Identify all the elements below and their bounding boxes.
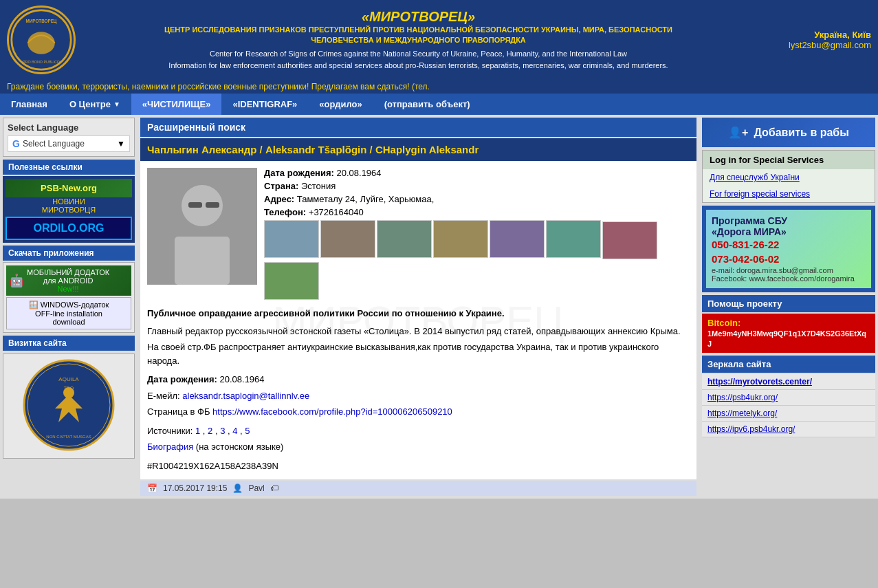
photo-grid <box>264 220 690 300</box>
person-photo-img <box>147 168 257 285</box>
special-services-box: Log in for Special Services Для спецслуж… <box>702 150 875 203</box>
subtitle-ru: ЦЕНТР ИССЛЕДОВАНИЯ ПРИЗНАКОВ ПРЕСТУПЛЕНИ… <box>83 25 754 46</box>
photo-thumb-4 <box>433 220 488 258</box>
main-nav: Главная О Центре ▼ «ЧИСТИЛИЩЕ» «IDENTIGR… <box>0 94 878 115</box>
sbu-program-box: Программа СБУ«Дорога МИРА» 050-831-26-22… <box>702 206 875 292</box>
news-label: НОВИНИМИРОТВОРЦЯ <box>6 197 132 214</box>
dob-row: Дата рождения: 20.08.1964 <box>264 168 690 178</box>
source-2[interactable]: 2 <box>208 426 212 436</box>
svg-text:МИРОТВОРЕЦ: МИРОТВОРЕЦ <box>26 19 57 24</box>
useful-links-section: PSB-New.org НОВИНИМИРОТВОРЦЯ ORDILO.ORG <box>3 176 135 243</box>
psb-link[interactable]: PSB-New.org <box>6 179 132 197</box>
person-email-link[interactable]: aleksandr.tsaplogin@tallinnlv.ee <box>182 391 309 401</box>
translate-arrow: ▼ <box>117 139 125 149</box>
mirror-link-2[interactable]: https://psb4ukr.org/ <box>702 390 875 406</box>
sidebar: Select Language G Select Language ▼ Поле… <box>0 115 138 499</box>
nav-chistilische[interactable]: «ЧИСТИЛИЩЕ» <box>131 94 222 115</box>
mirror-link-1[interactable]: https://myrotvorets.center/ <box>702 374 875 390</box>
source-3[interactable]: 3 <box>220 426 225 436</box>
android-icon: 🤖 <box>9 273 24 288</box>
android-badge[interactable]: 🤖 МОБІЛЬНИЙ ДОДАТОКдля ANDROIDNew!!! <box>6 265 131 296</box>
nav-ordilo[interactable]: «ордило» <box>308 94 373 115</box>
bitcoin-address: 1Me9m4yNH3Mwq9QF1q1X7D4KS2G36EtXqJ <box>707 329 866 348</box>
android-label: МОБІЛЬНИЙ ДОДАТОКдля ANDROIDNew!!! <box>27 268 109 293</box>
header: МИРОТВОРЕЦ PRO BONO PUBLICO «МИРОТВОРЕЦ»… <box>0 0 878 80</box>
dropdown-arrow: ▼ <box>113 100 120 108</box>
sbu-program-inner: Программа СБУ«Дорога МИРА» 050-831-26-22… <box>706 210 871 288</box>
special-services-title: Log in for Special Services <box>703 151 875 169</box>
vizitka-logo: AQUILA TBO NON CAPTAT MUSGAS <box>7 357 131 453</box>
search-bar: Расширенный поиск <box>140 118 696 137</box>
windows-badge[interactable]: 🪟 WINDOWS-додатокOFF-line installationdo… <box>6 297 131 329</box>
header-contact: Україна, Київ lyst2sbu@gmail.com <box>761 30 871 50</box>
site-title: «МИРОТВОРЕЦ» <box>83 9 754 25</box>
sources-row: Источники: 1 , 2 , 3 , 4 , 5 <box>147 424 690 438</box>
svg-text:AQUILA: AQUILA <box>58 376 79 382</box>
ukraine-services-link[interactable]: Для спецслужб України <box>703 169 875 186</box>
photo-thumb-1 <box>264 220 319 258</box>
bitcoin-box: Bitcoin: 1Me9m4yNH3Mwq9QF1q1X7D4KS2G36Et… <box>702 314 875 353</box>
mirror-link-4[interactable]: https://ipv6.psb4ukr.org/ <box>702 422 875 437</box>
sbu-fb: Facebook: www.facebook.com/dorogamira <box>712 274 866 283</box>
google-translate-widget[interactable]: G Select Language ▼ <box>8 135 130 152</box>
person-photo <box>147 168 257 285</box>
photo-thumb-3 <box>377 220 432 258</box>
nav-home[interactable]: Главная <box>0 94 58 115</box>
nav-send[interactable]: (отправить объект) <box>373 94 481 115</box>
ordilo-link[interactable]: ORDILO.ORG <box>6 217 132 240</box>
sbu-email: e-mail: doroga.mira.sbu@gmail.com <box>712 266 866 274</box>
apps-title: Скачать приложения <box>3 246 135 261</box>
vizitka-content: AQUILA TBO NON CAPTAT MUSGAS <box>3 353 135 459</box>
select-language-label: Select Language <box>23 139 114 149</box>
biography-link[interactable]: Биография <box>147 442 193 452</box>
vizitka-title: Визитка сайта <box>3 336 135 351</box>
svg-text:NON CAPTAT MUSGAS: NON CAPTAT MUSGAS <box>46 435 91 439</box>
main-layout: Select Language G Select Language ▼ Поле… <box>0 115 878 499</box>
photo-thumb-6 <box>546 220 601 258</box>
address-row: Адрес: Тамметалу 24, Луйге, Харьюмаа, <box>264 194 690 204</box>
windows-icon: 🪟 <box>29 301 41 309</box>
source-5[interactable]: 5 <box>245 426 250 436</box>
person-fb-link[interactable]: https://www.facebook.com/profile.php?id=… <box>212 406 452 417</box>
source-4[interactable]: 4 <box>232 426 237 436</box>
select-language-title: Select Language <box>8 122 130 133</box>
add-to-slaves-button[interactable]: 👤+ Добавить в рабы <box>702 118 875 147</box>
person-details: Дата рождения: 20.08.1964 Страна: Эстони… <box>264 168 690 300</box>
mirror-link-3[interactable]: https://metelyk.org/ <box>702 406 875 422</box>
logo-svg: МИРОТВОРЕЦ PRO BONO PUBLICO <box>10 9 72 71</box>
svg-rect-14 <box>188 202 202 208</box>
person-content: МИРОТВОРЕЦ <box>140 161 696 479</box>
add-icon: 👤+ <box>728 126 748 139</box>
google-icon: G <box>12 138 20 149</box>
nav-identigraf[interactable]: «IDENTIGRAF» <box>221 94 308 115</box>
main-content: Расширенный поиск Чаплыгин Александр / A… <box>138 115 699 499</box>
photo-thumb-8 <box>264 262 319 300</box>
photo-thumb-2 <box>320 220 375 258</box>
calendar-icon: 📅 <box>147 483 157 493</box>
tag-icon: 🏷 <box>270 483 278 493</box>
person-footer: 📅 17.05.2017 19:15 👤 Pavl 🏷 <box>140 481 696 496</box>
svg-text:PRO BONO PUBLICO: PRO BONO PUBLICO <box>23 60 60 64</box>
foreign-services-link[interactable]: For foreign special services <box>703 186 875 202</box>
sbu-program-title: Программа СБУ«Дорога МИРА» <box>712 215 866 237</box>
sbu-phones: 050-831-26-22 073-042-06-02 <box>712 237 866 266</box>
phone-row: Телефон: +3726164040 <box>264 207 690 217</box>
author-icon: 👤 <box>232 483 243 493</box>
nav-about[interactable]: О Центре ▼ <box>58 94 131 115</box>
useful-links-title: Полезные ссылки <box>3 160 135 175</box>
right-panel: 👤+ Добавить в рабы Log in for Special Se… <box>699 115 878 499</box>
svg-point-9 <box>63 387 74 398</box>
apps-section: 🤖 МОБІЛЬНИЙ ДОДАТОКдля ANDROIDNew!!! 🪟 W… <box>3 262 135 333</box>
logo: МИРОТВОРЕЦ PRO BONO PUBLICO <box>7 6 76 74</box>
header-center: «МИРОТВОРЕЦ» ЦЕНТР ИССЛЕДОВАНИЯ ПРИЗНАКО… <box>76 9 761 72</box>
photo-thumb-7 <box>602 221 657 259</box>
marquee-bar: Граждане боевики, террористы, наемники и… <box>0 80 878 94</box>
mirrors-title: Зеркала сайта <box>702 356 875 373</box>
country-row: Страна: Эстония <box>264 181 690 191</box>
svg-rect-13 <box>175 237 230 285</box>
person-top: Дата рождения: 20.08.1964 Страна: Эстони… <box>147 168 690 300</box>
svg-rect-15 <box>206 202 219 208</box>
source-1[interactable]: 1 <box>195 426 200 436</box>
biography-row: Биография (на эстонском языке) <box>147 440 690 454</box>
person-bio: Публичное оправдание агрессивной политик… <box>147 307 690 472</box>
